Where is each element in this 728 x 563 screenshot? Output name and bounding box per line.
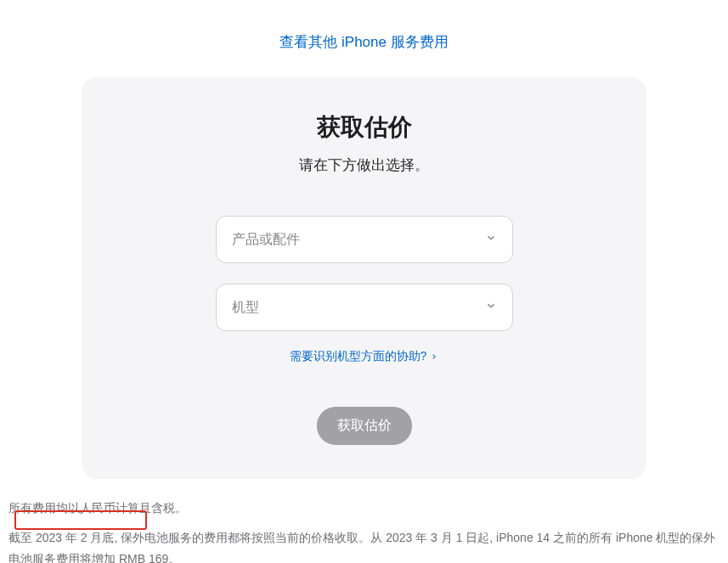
product-select[interactable]: 产品或配件 xyxy=(216,216,513,263)
card-subtitle: 请在下方做出选择。 xyxy=(124,155,604,175)
footer-line-2: 截至 2023 年 2 月底, 保外电池服务的费用都将按照当前的价格收取。从 2… xyxy=(8,527,720,563)
top-link-container: 查看其他 iPhone 服务费用 xyxy=(0,0,728,77)
help-link-container: 需要识别机型方面的协助? xyxy=(124,348,604,364)
model-select-wrap: 机型 xyxy=(216,284,513,331)
get-estimate-button[interactable]: 获取估价 xyxy=(317,407,412,445)
other-services-link[interactable]: 查看其他 iPhone 服务费用 xyxy=(279,34,448,50)
model-select[interactable]: 机型 xyxy=(216,284,513,331)
chevron-down-icon xyxy=(485,232,497,247)
product-select-wrap: 产品或配件 xyxy=(216,216,513,263)
footer-line-1: 所有费用均以人民币计算且含税。 xyxy=(8,498,720,519)
identify-model-help-link[interactable]: 需要识别机型方面的协助? xyxy=(290,349,439,364)
footer-notes: 所有费用均以人民币计算且含税。 截至 2023 年 2 月底, 保外电池服务的费… xyxy=(0,479,728,563)
product-select-placeholder: 产品或配件 xyxy=(232,231,300,249)
chevron-right-icon xyxy=(430,350,438,363)
help-link-label: 需要识别机型方面的协助? xyxy=(290,349,427,364)
estimate-card: 获取估价 请在下方做出选择。 产品或配件 机型 需要识别机型方面的协助? 获取估… xyxy=(82,77,646,479)
card-title: 获取估价 xyxy=(124,111,604,144)
chevron-down-icon xyxy=(485,300,497,315)
model-select-placeholder: 机型 xyxy=(232,299,259,317)
